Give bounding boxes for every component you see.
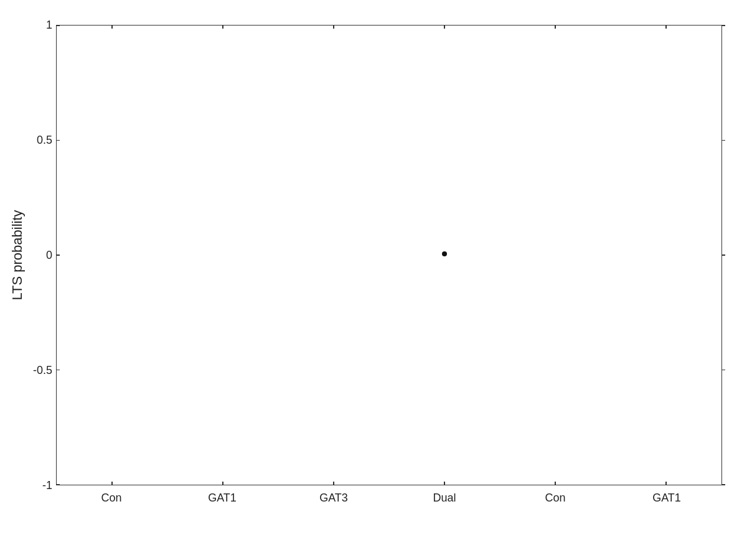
y-tick-n1 xyxy=(56,484,60,485)
y-label-n05: -0.5 xyxy=(15,364,52,377)
y-tick-05 xyxy=(56,140,60,141)
y-label-05: 0.5 xyxy=(18,134,52,147)
y-tick-1 xyxy=(56,25,60,26)
y-tick-n05 xyxy=(56,370,60,371)
y-tick-r-0 xyxy=(721,254,725,256)
chart-container: LTS probability xyxy=(0,0,747,560)
x-label-con1: Con xyxy=(101,492,121,505)
x-tick-con2 xyxy=(555,482,556,485)
chart-plot-area xyxy=(56,25,722,485)
x-tick-con1 xyxy=(111,482,113,485)
y-axis-label-wrapper: LTS probability xyxy=(5,25,30,485)
x-label-dual: Dual xyxy=(433,492,456,505)
y-tick-r-n05 xyxy=(721,370,725,371)
x-tick-gat1-2 xyxy=(665,482,667,485)
y-tick-r-n1 xyxy=(721,484,725,485)
x-tick-top-gat3 xyxy=(333,25,334,29)
x-tick-dual xyxy=(444,482,445,485)
x-tick-gat3 xyxy=(333,482,334,485)
x-tick-top-dual xyxy=(444,25,445,29)
y-tick-0 xyxy=(56,254,60,256)
data-point-dual xyxy=(442,251,447,256)
y-axis-label: LTS probability xyxy=(9,210,26,300)
x-label-con2: Con xyxy=(545,492,565,505)
x-tick-top-con1 xyxy=(111,25,113,29)
x-tick-top-con2 xyxy=(555,25,556,29)
y-tick-r-1 xyxy=(721,25,725,26)
y-label-n1: -1 xyxy=(24,479,52,492)
x-label-gat1: GAT1 xyxy=(208,492,237,505)
x-tick-top-gat1 xyxy=(222,25,223,29)
x-label-gat3: GAT3 xyxy=(319,492,348,505)
y-label-1: 1 xyxy=(21,19,52,32)
x-tick-top-gat1-2 xyxy=(665,25,667,29)
y-label-0: 0 xyxy=(27,249,52,262)
y-tick-r-05 xyxy=(721,140,725,141)
x-tick-gat1 xyxy=(222,482,223,485)
x-label-gat1-2: GAT1 xyxy=(652,492,681,505)
